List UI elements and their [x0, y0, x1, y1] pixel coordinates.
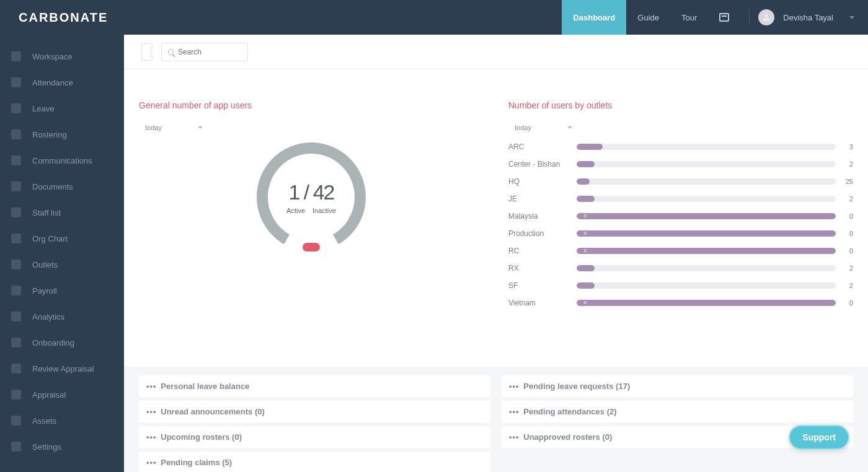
drag-icon: ••• — [509, 407, 520, 416]
sidebar-item-label: Documents — [32, 182, 73, 191]
outlet-count: 25 — [836, 178, 853, 185]
sidebar-item-communications[interactable]: Communications — [0, 147, 124, 173]
sidebar-item-appraisal[interactable]: Appraisal — [0, 382, 124, 408]
sidebar-item-workspace[interactable]: Workspace — [0, 43, 124, 69]
outlet-row: RX2 — [508, 264, 853, 273]
period-label: today — [515, 124, 531, 131]
drag-icon: ••• — [146, 407, 157, 416]
summary-title: Pending attendances (2) — [521, 407, 617, 416]
top-bar — [124, 35, 868, 69]
outlet-name: RX — [508, 264, 577, 273]
sidebar-item-onboarding[interactable]: Onboarding — [0, 330, 124, 356]
sidebar-icon — [11, 416, 21, 426]
sidebar-item-org-chart[interactable]: Org Chart — [0, 225, 124, 251]
summary-card[interactable]: ••• Upcoming rosters (0) — [139, 426, 490, 448]
calendar-button[interactable] — [708, 0, 740, 35]
outlet-name: SF — [508, 281, 577, 290]
summary-title: Unread announcements (0) — [159, 407, 265, 416]
outlet-bar — [577, 282, 836, 289]
logo: CARBONATE — [19, 11, 108, 25]
outlet-bar: 0 — [577, 300, 836, 306]
avatar[interactable] — [758, 9, 774, 25]
search-box[interactable] — [161, 43, 248, 61]
sidebar-icon — [11, 208, 21, 217]
summary-card[interactable]: ••• Pending leave requests (17) — [502, 375, 853, 397]
username[interactable]: Devisha Tayal — [783, 13, 833, 22]
nav-dashboard[interactable]: Dashboard — [562, 0, 626, 35]
sidebar-icon — [11, 390, 21, 400]
sidebar-icon — [11, 442, 21, 452]
period-dropdown[interactable]: today — [139, 124, 484, 131]
nav-guide[interactable]: Guide — [626, 0, 670, 35]
outlet-name: Production — [508, 229, 577, 238]
sidebar-item-leave[interactable]: Leave — [0, 95, 124, 121]
outlet-row: Malaysia00 — [508, 212, 853, 221]
sidebar-item-label: Settings — [32, 442, 61, 452]
sidebar-item-label: Analytics — [32, 312, 64, 321]
outlet-bars: ARC3Center - Bishan2HQ25JE2Malaysia00Pro… — [508, 142, 853, 307]
sidebar-item-label: Outlets — [32, 260, 58, 269]
search-input[interactable] — [178, 48, 241, 56]
outlet-count: 0 — [836, 212, 853, 220]
sidebar-item-label: Onboarding — [32, 338, 74, 347]
outlet-row: Center - Bishan2 — [508, 160, 853, 168]
summary-card[interactable]: ••• Personal leave balance — [139, 375, 490, 397]
sidebar-item-outlets[interactable]: Outlets — [0, 251, 124, 278]
sidebar-icon — [11, 312, 21, 321]
outlet-count: 0 — [836, 299, 853, 307]
outlet-row: Vietnam00 — [508, 299, 853, 307]
sidebar-item-label: Assets — [32, 416, 56, 426]
outlet-bar — [577, 161, 836, 167]
summary-card[interactable]: ••• Pending claims (5) — [139, 452, 490, 472]
chevron-down-icon — [198, 126, 203, 129]
sidebar-icon — [11, 181, 21, 191]
sidebar-item-payroll[interactable]: Payroll — [0, 278, 124, 304]
sidebar-icon — [11, 234, 21, 243]
drag-icon: ••• — [146, 432, 157, 442]
outlet-name: JE — [508, 194, 577, 203]
sidebar-item-rostering[interactable]: Rostering — [0, 121, 124, 147]
sidebar-icon — [11, 260, 21, 269]
chevron-down-icon[interactable] — [849, 16, 854, 19]
sidebar-item-documents[interactable]: Documents — [0, 173, 124, 199]
drag-icon: ••• — [509, 432, 520, 442]
outlet-row: SF2 — [508, 281, 853, 290]
sidebar-icon — [11, 77, 21, 87]
sidebar-icon — [11, 338, 21, 347]
drag-icon: ••• — [146, 458, 157, 467]
sidebar-item-assets[interactable]: Assets — [0, 408, 124, 434]
sidebar-item-settings[interactable]: Settings — [0, 434, 124, 460]
outlet-bar: 0 — [577, 213, 836, 219]
drag-icon: ••• — [146, 382, 157, 391]
summary-card[interactable]: ••• Unread announcements (0) — [139, 401, 490, 422]
outlet-bar — [577, 196, 836, 202]
outlet-name: Center - Bishan — [508, 160, 577, 168]
sidebar-icon — [11, 129, 21, 139]
period-dropdown[interactable]: today — [508, 124, 853, 131]
main: General number of app users today 1 / 42… — [124, 35, 868, 472]
outlet-name: HQ — [508, 177, 577, 186]
outlet-count: 2 — [836, 160, 853, 168]
sidebar-item-label: Leave — [32, 104, 54, 113]
gauge-indicator — [303, 243, 320, 251]
outlet-row: HQ25 — [508, 177, 853, 186]
gauge-labels: ActiveInactive — [283, 207, 340, 214]
gauge-wrap: 1 / 42 ActiveInactive — [139, 142, 484, 251]
nav-tour[interactable]: Tour — [670, 0, 708, 35]
sidebar-item-label: Attendance — [32, 78, 73, 87]
sidebar-item-attendance[interactable]: Attendance — [0, 69, 124, 95]
outlet-bar — [577, 144, 836, 150]
outlet-bar — [577, 265, 836, 271]
sidebar-item-label: Org Chart — [32, 234, 68, 243]
summary-card[interactable]: ••• Pending attendances (2) — [502, 401, 853, 422]
sidebar-item-label: Appraisal — [32, 390, 66, 400]
sidebar-item-staff-list[interactable]: Staff list — [0, 199, 124, 225]
outlet-count: 3 — [836, 143, 853, 151]
summary-title: Pending leave requests (17) — [521, 382, 631, 391]
outlet-count: 2 — [836, 282, 853, 289]
sidebar-item-analytics[interactable]: Analytics — [0, 304, 124, 330]
sidebar-item-review-appraisal[interactable]: Review Appraisal — [0, 356, 124, 382]
tab-stub[interactable] — [141, 43, 153, 61]
outlet-count: 0 — [836, 230, 853, 237]
support-button[interactable]: Support — [789, 425, 849, 450]
